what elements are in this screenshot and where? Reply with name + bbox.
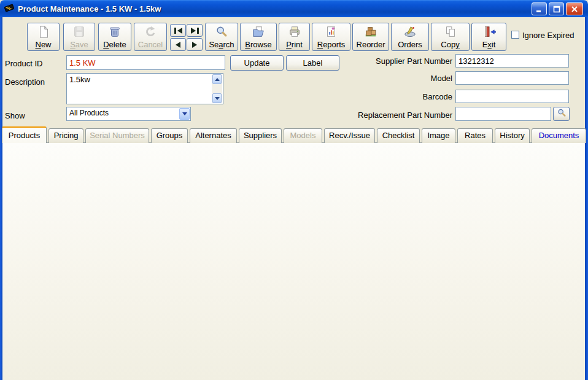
save-button[interactable]: Save [63,23,95,51]
close-icon[interactable] [566,2,583,15]
cancel-button[interactable]: Cancel [134,23,167,51]
printer-icon [288,24,301,40]
exit-door-icon [482,24,496,40]
tab-alternates[interactable]: Alternates [190,128,237,143]
tab-products[interactable]: Products [2,126,47,143]
product-id-label: Product ID [5,59,42,68]
tab-serial-numbers[interactable]: Serial Numbers [85,128,149,143]
copy-button[interactable]: Copy [431,23,470,51]
ignore-expired-label: Ignore Expired [522,31,574,40]
folder-icon [252,24,265,40]
next-record-icon [192,42,197,48]
scroll-up-icon[interactable] [212,74,222,84]
save-floppy-icon [72,24,86,40]
tab-history[interactable]: History [495,128,530,143]
exit-button[interactable]: Exit [471,23,506,51]
product-id-input[interactable] [66,55,225,70]
ignore-expired-checkbox[interactable] [511,31,519,39]
reports-button[interactable]: Reports [312,23,350,51]
minimize-button[interactable] [532,2,547,15]
description-label: Description [5,77,45,87]
tab-documents[interactable]: Documents [532,128,586,143]
show-value: All Products [67,107,179,120]
chevron-down-icon[interactable] [179,108,190,120]
window-title: Product Maintenance - 1.5 KW - 1.5kw [18,4,161,14]
model-label: Model [344,74,452,83]
reorder-button[interactable]: Reorder [352,23,389,51]
description-input[interactable]: 1.5kw [67,74,211,104]
label-button[interactable]: Label [286,55,339,71]
show-label: Show [5,111,25,120]
product-maintenance-window: Product Maintenance - 1.5 KW - 1.5kw New… [0,0,588,380]
window-border-right [585,17,588,380]
maximize-button[interactable] [549,2,564,15]
tab-recv-issue[interactable]: Recv./Issue [324,128,375,143]
undo-arrow-icon [144,24,157,40]
browse-button[interactable]: Browse [240,23,277,51]
search-button[interactable]: Search [205,23,238,51]
tab-suppliers[interactable]: Suppliers [239,128,282,143]
update-button[interactable]: Update [230,55,284,71]
nav-first-button[interactable] [170,24,186,37]
orders-button[interactable]: Orders [391,23,429,51]
nav-last-button[interactable] [187,24,203,37]
nav-next-button[interactable] [187,38,203,51]
search-icon [215,24,228,40]
print-button[interactable]: Print [279,23,310,51]
title-bar[interactable]: Product Maintenance - 1.5 KW - 1.5kw [0,0,588,17]
app-icon [4,2,15,15]
replacement-search-button[interactable] [553,107,570,121]
orders-icon [403,24,417,40]
delete-button[interactable]: Delete [98,23,131,51]
report-chart-icon [325,24,338,40]
last-record-icon [191,28,196,34]
barcode-label: Barcode [344,92,452,101]
scroll-down-icon[interactable] [212,93,222,103]
replacement-part-number-label: Replacement Part Number [331,111,452,120]
trash-icon [108,24,122,40]
magnifier-icon [557,108,567,118]
tab-rates[interactable]: Rates [457,128,493,143]
supplier-part-number-input[interactable] [455,54,569,68]
first-record-icon [174,28,176,34]
barcode-input[interactable] [455,90,569,103]
replacement-part-number-input[interactable] [455,107,551,121]
new-page-icon [37,24,50,40]
tab-groups[interactable]: Groups [151,128,188,143]
boxes-icon [364,24,377,40]
supplier-part-number-label: Supplier Part Number [344,56,452,66]
description-box: 1.5kw [66,73,223,104]
nav-previous-button[interactable] [170,38,186,51]
description-scrollbar[interactable] [212,74,222,103]
show-dropdown[interactable]: All Products [66,107,191,121]
tab-image[interactable]: Image [422,128,455,143]
previous-record-icon [176,42,180,48]
model-input[interactable] [455,71,569,85]
tab-checklist[interactable]: Checklist [377,128,420,143]
tab-pricing[interactable]: Pricing [48,128,83,143]
products-tab-panel [2,142,585,380]
tab-models[interactable]: Models [284,128,322,143]
new-button[interactable]: New [27,23,60,51]
copy-pages-icon [444,24,457,40]
